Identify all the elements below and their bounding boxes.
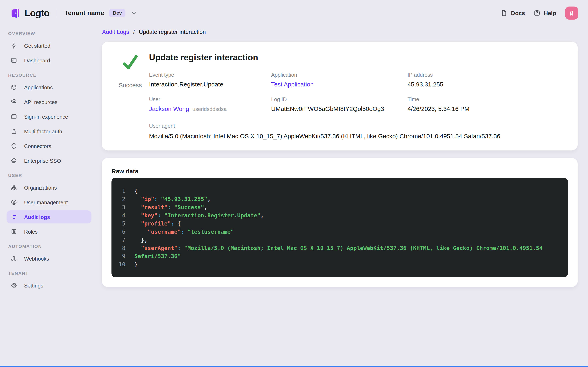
sidebar-item-audit-logs[interactable]: Audit logs xyxy=(7,210,91,224)
sidebar-item-roles[interactable]: Roles xyxy=(7,225,91,238)
sidebar-item-enterprise-sso[interactable]: Enterprise SSO xyxy=(7,154,91,167)
sidebar-section-label-tenant: TENANT xyxy=(8,271,91,276)
dashboard-icon xyxy=(11,57,17,64)
org-chart-icon xyxy=(11,184,17,191)
user-id-suffix: useridsddsdsa xyxy=(192,106,227,112)
help-button[interactable]: Help xyxy=(529,7,560,19)
brand-wordmark: Logto xyxy=(25,8,49,18)
event-detail-card: Success Update register interaction Even… xyxy=(102,42,578,150)
line-number: 5 xyxy=(116,219,125,227)
docs-button[interactable]: Docs xyxy=(496,7,529,19)
sidebar-item-label: Audit logs xyxy=(24,214,50,220)
sidebar-item-label: Roles xyxy=(24,229,38,235)
code-content: "username": "testusername" xyxy=(134,227,234,236)
field-log-id: Log ID UMatENw0rFWO5aGbMI8tY2Qol50eOg3 xyxy=(271,96,407,113)
logto-door-icon xyxy=(10,7,21,19)
sidebar-section-label-overview: OVERVIEW xyxy=(8,31,91,36)
avatar-letter: й xyxy=(570,9,573,17)
chevron-down-icon xyxy=(131,10,138,16)
line-number: 9 xyxy=(116,252,125,260)
sidebar-item-label: Connectors xyxy=(24,143,51,149)
line-number: 6 xyxy=(116,227,125,236)
sidebar-item-label: Dashboard xyxy=(24,57,50,63)
code-line: 4 "key": "Interaction.Register.Update", xyxy=(116,211,560,219)
sidebar-item-get-started[interactable]: Get started xyxy=(7,39,91,52)
webhook-icon xyxy=(11,255,17,262)
code-line: 9Safari/537.36" xyxy=(116,252,560,260)
sidebar-item-label: Sign-in experience xyxy=(24,114,68,120)
line-number: 1 xyxy=(116,187,125,195)
sidebar-item-label: API resources xyxy=(24,99,57,105)
field-label: User agent xyxy=(149,123,568,129)
sidebar-item-label: Enterprise SSO xyxy=(24,158,61,164)
user-link[interactable]: Jackson Wong xyxy=(149,105,189,112)
bottom-edge-strip xyxy=(0,366,588,367)
field-label: Event type xyxy=(149,72,271,78)
user-circle-icon xyxy=(11,199,17,206)
code-content: { xyxy=(134,187,138,195)
application-link[interactable]: Test Application xyxy=(271,81,314,88)
field-value: Mozilla/5.0 (Macintosh; Intel Mac OS X 1… xyxy=(149,133,568,140)
sidebar-item-applications[interactable]: Applications xyxy=(7,81,91,94)
field-label: IP address xyxy=(407,72,568,78)
field-value: 45.93.31.255 xyxy=(407,81,568,88)
sidebar-item-label: Applications xyxy=(24,84,53,90)
sidebar-item-label: Organizations xyxy=(24,184,57,191)
field-label: Time xyxy=(407,96,568,103)
code-content: "ip": "45.93.31.255", xyxy=(134,195,211,203)
code-content: Safari/537.36" xyxy=(134,252,181,260)
brand-logo: Logto xyxy=(10,7,49,19)
field-time: Time 4/26/2023, 5:34:16 PM xyxy=(407,96,568,113)
cloud-key-icon xyxy=(11,157,17,164)
code-line: 3 "result": "Success", xyxy=(116,203,560,211)
tenant-env-badge: Dev xyxy=(109,9,126,17)
status-column: Success xyxy=(112,52,149,140)
code-content: "profile": { xyxy=(134,219,181,227)
tenant-name: Tenant name xyxy=(65,9,104,17)
sidebar-item-connectors[interactable]: Connectors xyxy=(7,140,91,152)
sidebar-item-multi-factor-auth[interactable]: Multi-factor auth xyxy=(7,125,91,138)
sidebar-item-label: Webhooks xyxy=(24,256,49,262)
code-block: 1{2 "ip": "45.93.31.255",3 "result": "Su… xyxy=(112,178,568,277)
sidebar-item-settings[interactable]: Settings xyxy=(7,279,91,292)
code-content: } xyxy=(134,260,138,268)
tenant-selector[interactable]: Tenant name Dev xyxy=(65,9,138,17)
avatar[interactable]: й xyxy=(565,7,578,20)
sidebar-item-label: Get started xyxy=(24,43,51,49)
line-number: 7 xyxy=(116,236,125,244)
sidebar-item-api-resources[interactable]: API resources xyxy=(7,95,91,108)
raw-data-title: Raw data xyxy=(112,167,568,175)
code-line: 10} xyxy=(116,260,560,268)
field-event-type: Event type Interaction.Register.Update xyxy=(149,72,271,88)
gear-icon xyxy=(11,282,17,289)
sidebar-item-sign-in-experience[interactable]: Sign-in experience xyxy=(7,110,91,123)
code-line: 6 "username": "testusername" xyxy=(116,227,560,236)
line-number: 8 xyxy=(116,244,125,252)
sidebar-item-dashboard[interactable]: Dashboard xyxy=(7,54,91,67)
clouds-icon xyxy=(11,143,17,149)
sidebar-section-label-resource: RESOURCE xyxy=(8,73,91,77)
code-line: 8 "userAgent": "Mozilla/5.0 (Macintosh; … xyxy=(116,244,560,252)
top-bar: Logto Tenant name Dev Docs Help й xyxy=(0,0,588,26)
question-circle-icon xyxy=(533,9,540,17)
sidebar-item-user-management[interactable]: User management xyxy=(7,196,91,209)
audit-list-icon xyxy=(11,214,17,220)
code-content: "userAgent": "Mozilla/5.0 (Macintosh; In… xyxy=(134,244,543,252)
document-icon xyxy=(501,9,508,17)
header-divider xyxy=(57,8,57,17)
breadcrumb-separator: / xyxy=(133,29,135,35)
breadcrumb-link-audit-logs[interactable]: Audit Logs xyxy=(102,29,129,35)
sidebar-item-webhooks[interactable]: Webhooks xyxy=(7,252,91,265)
lightning-icon xyxy=(11,42,17,49)
docs-label: Docs xyxy=(511,10,525,16)
cube-icon xyxy=(11,84,17,91)
line-number: 2 xyxy=(116,195,125,203)
id-badge-icon xyxy=(11,228,17,235)
line-number: 3 xyxy=(116,203,125,211)
line-number: 10 xyxy=(116,260,125,268)
breadcrumb: Audit Logs / Update register interaction xyxy=(102,28,578,36)
status-badge: Success xyxy=(119,82,142,89)
sidebar-item-organizations[interactable]: Organizations xyxy=(7,181,91,194)
code-line: 5 "profile": { xyxy=(116,219,560,227)
field-value: Interaction.Register.Update xyxy=(149,81,271,88)
